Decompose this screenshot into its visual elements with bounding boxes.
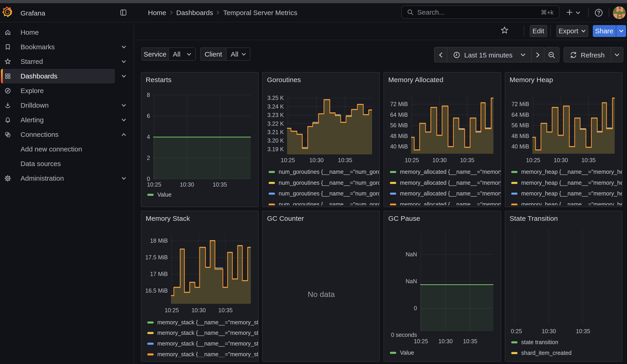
svg-text:10:35: 10:35 (576, 328, 590, 334)
svg-text:memory_allocated {__name__="me: memory_allocated {__name__="memory_alloc… (400, 190, 501, 197)
svg-text:10:25: 10:25 (164, 307, 179, 313)
svg-text:10:30: 10:30 (309, 157, 323, 163)
svg-text:2: 2 (147, 155, 150, 161)
svg-text:18 MiB: 18 MiB (150, 237, 168, 244)
svg-text:num_goroutines {__name__="num_: num_goroutines {__name__="num_goroutines… (278, 179, 380, 186)
svg-text:56 MiB: 56 MiB (390, 122, 408, 128)
svg-text:10:30: 10:30 (554, 157, 568, 163)
svg-text:memory_heap {__name__="memory_: memory_heap {__name__="memory_heap", ins… (521, 201, 622, 205)
svg-text:3.23 K: 3.23 K (267, 111, 284, 118)
svg-text:NaN: NaN (405, 278, 417, 284)
svg-text:10:25: 10:25 (414, 338, 428, 344)
svg-text:0: 0 (147, 175, 150, 182)
svg-text:10:35: 10:35 (338, 157, 352, 163)
svg-text:10:35: 10:35 (460, 157, 474, 163)
svg-text:56 MiB: 56 MiB (511, 122, 529, 128)
svg-text:memory_heap {__name__="memory_: memory_heap {__name__="memory_heap", ins… (521, 168, 622, 175)
svg-text:17.5 MiB: 17.5 MiB (145, 254, 168, 260)
svg-text:10:25: 10:25 (508, 328, 522, 334)
svg-text:10:25: 10:25 (526, 157, 540, 163)
svg-text:10:30: 10:30 (432, 157, 447, 163)
svg-text:16.5 MiB: 16.5 MiB (145, 287, 168, 294)
svg-text:64 MiB: 64 MiB (511, 111, 529, 118)
svg-text:memory_allocated {__name__="me: memory_allocated {__name__="memory_alloc… (400, 168, 501, 175)
svg-text:48 MiB: 48 MiB (511, 133, 529, 139)
svg-text:10:25: 10:25 (280, 157, 295, 163)
svg-text:10:30: 10:30 (191, 307, 206, 313)
svg-text:memory_stack {__name__="memory: memory_stack {__name__="memory_stack", i… (157, 351, 258, 357)
svg-text:10:30: 10:30 (438, 338, 453, 344)
svg-text:memory_stack {__name__="memory: memory_stack {__name__="memory_stack", i… (157, 330, 258, 336)
svg-text:?: ? (597, 9, 600, 15)
svg-text:10:35: 10:35 (463, 338, 477, 344)
svg-text:num_goroutines {__name__="num_: num_goroutines {__name__="num_goroutines… (278, 190, 380, 197)
svg-text:3.22 K: 3.22 K (267, 120, 284, 127)
svg-text:17 MiB: 17 MiB (150, 271, 168, 277)
svg-text:40 MiB: 40 MiB (390, 143, 408, 149)
svg-text:4: 4 (147, 133, 150, 140)
svg-text:10:35: 10:35 (581, 157, 596, 163)
svg-text:0: 0 (414, 305, 417, 311)
svg-text:3.21 K: 3.21 K (267, 129, 284, 135)
svg-text:memory_heap {__name__="memory_: memory_heap {__name__="memory_heap", ins… (521, 179, 622, 186)
svg-text:memory_heap {__name__="memory_: memory_heap {__name__="memory_heap", ins… (521, 190, 622, 197)
svg-text:8: 8 (147, 92, 150, 98)
svg-text:10:25: 10:25 (147, 181, 161, 188)
svg-text:memory_stack {__name__="memory: memory_stack {__name__="memory_stack", i… (157, 319, 258, 325)
svg-text:0 seconds: 0 seconds (391, 332, 417, 338)
svg-text:40 MiB: 40 MiB (511, 143, 529, 149)
svg-text:72 MiB: 72 MiB (511, 101, 529, 107)
svg-text:memory_allocated {__name__="me: memory_allocated {__name__="memory_alloc… (400, 201, 501, 205)
svg-text:10:35: 10:35 (218, 307, 233, 313)
svg-text:shard_item_created: shard_item_created (521, 350, 571, 356)
svg-text:3.20 K: 3.20 K (267, 137, 284, 144)
svg-text:3.19 K: 3.19 K (267, 146, 284, 152)
svg-text:10:30: 10:30 (180, 181, 194, 188)
svg-text:memory_stack {__name__="memory: memory_stack {__name__="memory_stack", i… (157, 340, 258, 347)
svg-text:64 MiB: 64 MiB (390, 111, 408, 118)
svg-text:num_goroutines {__name__="num_: num_goroutines {__name__="num_goroutines… (278, 168, 380, 175)
svg-text:num_goroutines {__name__="num_: num_goroutines {__name__="num_goroutines… (278, 201, 380, 205)
svg-text:72 MiB: 72 MiB (390, 101, 408, 107)
svg-text:3.24 K: 3.24 K (267, 103, 284, 109)
svg-text:10:25: 10:25 (405, 157, 419, 163)
svg-text:10:35: 10:35 (212, 181, 227, 188)
svg-text:Value: Value (157, 191, 171, 198)
svg-text:memory_allocated {__name__="me: memory_allocated {__name__="memory_alloc… (400, 179, 501, 186)
svg-text:3.25 K: 3.25 K (267, 95, 284, 101)
svg-text:6: 6 (147, 112, 150, 119)
svg-text:NaN: NaN (405, 251, 417, 258)
svg-text:10:30: 10:30 (541, 328, 556, 334)
svg-text:48 MiB: 48 MiB (390, 133, 408, 139)
svg-text:Value: Value (400, 349, 414, 356)
svg-text:state transition: state transition (521, 339, 558, 345)
